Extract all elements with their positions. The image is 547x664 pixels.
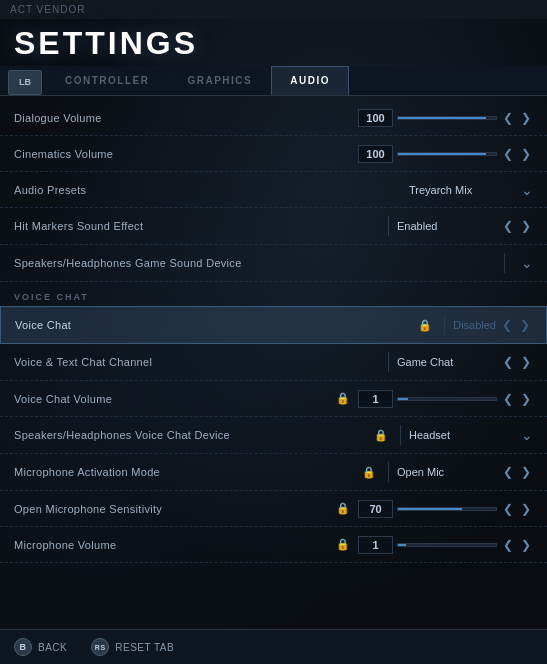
page-title: SETTINGS [0, 19, 547, 66]
setting-mic-activation: Microphone Activation Mode 🔒 Open Mic ❮ … [0, 454, 547, 491]
setting-voice-chat-volume: Voice Chat Volume 🔒 1 ❮ ❯ [0, 381, 547, 417]
top-bar-text: ACT VENDOR [10, 4, 85, 15]
top-bar: ACT VENDOR [0, 0, 547, 19]
open-mic-sensitivity-fill [398, 508, 462, 510]
reset-action[interactable]: RS RESET TAB [91, 638, 174, 656]
setting-cinematics-volume: Cinematics Volume 100 ❮ ❯ [0, 136, 547, 172]
mic-volume-left[interactable]: ❮ [501, 538, 515, 552]
tab-lb[interactable]: LB [8, 70, 42, 95]
hit-markers-value: Enabled [397, 220, 497, 232]
audio-presets-value: Treyarch Mix [409, 184, 509, 196]
open-mic-sensitivity-slider[interactable] [397, 507, 497, 511]
voice-text-channel-control: Game Chat ❮ ❯ [384, 352, 533, 372]
voice-chat-right[interactable]: ❯ [518, 318, 532, 332]
voice-chat-left[interactable]: ❮ [500, 318, 514, 332]
voice-chat-volume-right[interactable]: ❯ [519, 392, 533, 406]
voice-chat-separator [444, 315, 445, 335]
reset-label: RESET TAB [115, 642, 174, 653]
hit-markers-left[interactable]: ❮ [501, 219, 515, 233]
mic-volume-right[interactable]: ❯ [519, 538, 533, 552]
mic-volume-lock-icon: 🔒 [336, 538, 350, 551]
speakers-voice-device-lock-icon: 🔒 [374, 429, 388, 442]
tab-controller[interactable]: CONTROLLER [46, 66, 168, 95]
reset-button-icon[interactable]: RS [91, 638, 109, 656]
voice-text-channel-label: Voice & Text Chat Channel [14, 356, 384, 368]
speakers-voice-device-control: 🔒 Headset ⌄ [374, 425, 533, 445]
mic-volume-control: 🔒 1 ❮ ❯ [336, 536, 533, 554]
voice-chat-volume-value: 1 [358, 390, 393, 408]
cinematics-volume-fill [398, 153, 486, 155]
mic-volume-slider[interactable] [397, 543, 497, 547]
open-mic-sensitivity-lock-icon: 🔒 [336, 502, 350, 515]
open-mic-sensitivity-control: 🔒 70 ❮ ❯ [336, 500, 533, 518]
open-mic-sensitivity-left[interactable]: ❮ [501, 502, 515, 516]
dialogue-volume-value: 100 [358, 109, 393, 127]
setting-dialogue-volume: Dialogue Volume 100 ❮ ❯ [0, 100, 547, 136]
mic-activation-right[interactable]: ❯ [519, 465, 533, 479]
tabs-bar: LB CONTROLLER GRAPHICS AUDIO [0, 66, 547, 96]
setting-open-mic-sensitivity: Open Microphone Sensitivity 🔒 70 ❮ ❯ [0, 491, 547, 527]
mic-volume-label: Microphone Volume [14, 539, 336, 551]
voice-chat-lock-icon: 🔒 [418, 319, 432, 332]
voice-chat-volume-fill [398, 398, 408, 400]
mic-activation-sep [388, 462, 389, 482]
dialogue-volume-left[interactable]: ❮ [501, 111, 515, 125]
cinematics-volume-right[interactable]: ❯ [519, 147, 533, 161]
setting-mic-volume: Microphone Volume 🔒 1 ❮ ❯ [0, 527, 547, 563]
open-mic-sensitivity-right[interactable]: ❯ [519, 502, 533, 516]
hit-markers-control: Enabled ❮ ❯ [384, 216, 533, 236]
bottom-bar: B BACK RS RESET TAB [0, 629, 547, 664]
speakers-device-separator [504, 253, 505, 273]
tab-graphics[interactable]: GRAPHICS [168, 66, 271, 95]
voice-chat-control: 🔒 Disabled ❮ ❯ [418, 315, 532, 335]
dialogue-volume-fill [398, 117, 486, 119]
voice-chat-value: Disabled [453, 319, 496, 331]
voice-text-channel-right[interactable]: ❯ [519, 355, 533, 369]
audio-presets-dropdown[interactable]: ⌄ [521, 182, 533, 198]
voice-chat-volume-slider[interactable] [397, 397, 497, 401]
cinematics-volume-control: 100 ❮ ❯ [358, 145, 533, 163]
speakers-device-control: ⌄ [500, 253, 533, 273]
audio-presets-control: Treyarch Mix ⌄ [409, 182, 533, 198]
voice-text-channel-separator [388, 352, 389, 372]
mic-volume-value: 1 [358, 536, 393, 554]
voice-chat-label: Voice Chat [15, 319, 418, 331]
speakers-device-dropdown[interactable]: ⌄ [521, 255, 533, 271]
speakers-device-label: Speakers/Headphones Game Sound Device [14, 257, 500, 269]
hit-markers-label: Hit Markers Sound Effect [14, 220, 384, 232]
mic-activation-control: 🔒 Open Mic ❮ ❯ [362, 462, 533, 482]
dialogue-volume-right[interactable]: ❯ [519, 111, 533, 125]
open-mic-sensitivity-label: Open Microphone Sensitivity [14, 503, 336, 515]
hit-markers-separator [388, 216, 389, 236]
cinematics-volume-slider[interactable] [397, 152, 497, 156]
setting-voice-chat: Voice Chat 🔒 Disabled ❮ ❯ [0, 306, 547, 344]
dialogue-volume-slider[interactable] [397, 116, 497, 120]
speakers-voice-device-label: Speakers/Headphones Voice Chat Device [14, 429, 374, 441]
cinematics-volume-left[interactable]: ❮ [501, 147, 515, 161]
voice-chat-volume-label: Voice Chat Volume [14, 393, 336, 405]
speakers-voice-device-value: Headset [409, 429, 509, 441]
voice-text-channel-value: Game Chat [397, 356, 497, 368]
back-button-icon[interactable]: B [14, 638, 32, 656]
mic-activation-left[interactable]: ❮ [501, 465, 515, 479]
back-label: BACK [38, 642, 67, 653]
settings-container: ACT VENDOR SETTINGS LB CONTROLLER GRAPHI… [0, 0, 547, 664]
cinematics-volume-value: 100 [358, 145, 393, 163]
cinematics-volume-label: Cinematics Volume [14, 148, 358, 160]
setting-hit-markers: Hit Markers Sound Effect Enabled ❮ ❯ [0, 208, 547, 245]
voice-chat-volume-lock-icon: 🔒 [336, 392, 350, 405]
voice-chat-volume-left[interactable]: ❮ [501, 392, 515, 406]
voice-text-channel-left[interactable]: ❮ [501, 355, 515, 369]
voice-chat-section-header: VOICE CHAT [0, 282, 547, 306]
open-mic-sensitivity-value: 70 [358, 500, 393, 518]
tab-audio[interactable]: AUDIO [271, 66, 349, 95]
audio-presets-label: Audio Presets [14, 184, 409, 196]
setting-audio-presets: Audio Presets Treyarch Mix ⌄ [0, 172, 547, 208]
back-action[interactable]: B BACK [14, 638, 67, 656]
setting-speakers-voice-device: Speakers/Headphones Voice Chat Device 🔒 … [0, 417, 547, 454]
dialogue-volume-label: Dialogue Volume [14, 112, 358, 124]
setting-speakers-device: Speakers/Headphones Game Sound Device ⌄ [0, 245, 547, 282]
speakers-voice-device-dropdown[interactable]: ⌄ [521, 427, 533, 443]
hit-markers-right[interactable]: ❯ [519, 219, 533, 233]
mic-activation-lock-icon: 🔒 [362, 466, 376, 479]
